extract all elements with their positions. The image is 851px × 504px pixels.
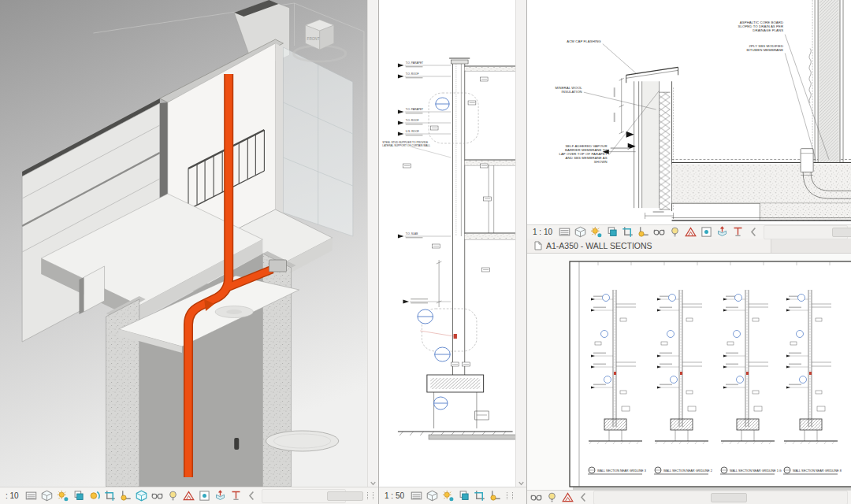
sheet-canvas[interactable]: WALL SECTION NEAR GRIDLINE 3 WALL SECTIO… (527, 254, 851, 490)
temporary-hide-icon[interactable] (653, 226, 665, 238)
view-control-bar-section: 1 : 50 (379, 487, 526, 504)
shadows-icon[interactable] (458, 490, 470, 502)
3d-vertical-scrollbar[interactable] (367, 0, 378, 487)
displacement-icon[interactable] (214, 490, 226, 502)
reveal-constraints-icon[interactable] (732, 226, 744, 238)
wall-section-view-pane[interactable]: T.O. PARAPET T.O. ROOF T.O. PARAPET T.O.… (379, 0, 527, 504)
sun-path-icon[interactable] (57, 490, 69, 502)
svg-text:WALL SECTION NEAR GRIDLINE 8: WALL SECTION NEAR GRIDLINE 8 (793, 469, 842, 472)
chevron-down-icon[interactable] (517, 476, 526, 485)
door-handle[interactable] (234, 438, 239, 450)
show-crop-icon[interactable] (120, 490, 132, 502)
3d-view-pane[interactable]: FRONT : 10 (0, 0, 379, 504)
horizontal-scrollbar-3d[interactable] (262, 489, 346, 503)
temporary-view-icon[interactable] (700, 226, 712, 238)
detail-level-icon[interactable] (411, 490, 422, 502)
temporary-view-icon[interactable] (199, 490, 210, 502)
reveal-hidden-icon[interactable] (546, 491, 558, 503)
temporary-hide-icon[interactable] (151, 490, 163, 502)
detail-canvas[interactable]: ACM CAP FLASHING ASPHALTIC CORE BOARDSLO… (527, 0, 851, 224)
svg-text:STEEL STUD SUPPLIER TO PROVIDE: STEEL STUD SUPPLIER TO PROVIDELATERAL SU… (382, 141, 430, 146)
svg-text:T.O. ROOF: T.O. ROOF (406, 73, 419, 76)
temporary-hide-icon[interactable] (530, 491, 542, 503)
crop-view-icon[interactable] (104, 490, 116, 502)
sun-path-icon[interactable] (442, 490, 454, 502)
sheet-paper (570, 261, 851, 487)
view-control-bar-detail: 1 : 10 (527, 224, 851, 239)
revit-tiled-views: FRONT : 10 (0, 0, 851, 504)
scale-control[interactable]: : 10 (3, 491, 21, 500)
analytical-model-icon[interactable] (562, 491, 574, 503)
shadows-icon[interactable] (72, 490, 84, 502)
analytical-model-icon[interactable] (685, 226, 697, 238)
svg-text:WALL SECTION NEAR GRIDLINE 3: WALL SECTION NEAR GRIDLINE 3 (597, 469, 646, 472)
right-view-column: ACM CAP FLASHING ASPHALTIC CORE BOARDSLO… (527, 0, 851, 504)
red-highlight-element[interactable] (454, 334, 457, 339)
chevron-down-icon[interactable] (369, 476, 377, 485)
shadows-icon[interactable] (606, 226, 618, 238)
scrollbar-thumb[interactable] (327, 491, 363, 501)
reveal-constraints-icon[interactable] (230, 490, 242, 502)
crop-view-icon[interactable] (622, 226, 634, 238)
view-control-bar-3d: : 10 (0, 487, 378, 504)
horizontal-scrollbar-sheet[interactable] (593, 491, 848, 504)
reveal-hidden-icon[interactable] (167, 490, 179, 502)
wall-section-canvas[interactable]: T.O. PARAPET T.O. ROOF T.O. PARAPET T.O.… (379, 0, 526, 487)
bar-overflow-grip[interactable] (507, 492, 513, 499)
svg-text:T.O. PARAPET: T.O. PARAPET (406, 109, 423, 112)
sheet-icon (534, 241, 542, 250)
analytical-model-icon[interactable] (183, 490, 195, 502)
chevron-left-icon[interactable] (748, 226, 760, 238)
sheet-view-pane[interactable]: WALL SECTION NEAR GRIDLINE 3 WALL SECTIO… (527, 254, 851, 490)
round-table[interactable] (266, 431, 338, 451)
show-crop-icon[interactable] (489, 490, 501, 502)
sun-path-icon[interactable] (590, 226, 602, 238)
horizontal-scrollbar-detail[interactable] (764, 225, 848, 239)
svg-text:T.O. PARAPET: T.O. PARAPET (406, 62, 423, 65)
scrollbar-thumb[interactable] (711, 493, 747, 502)
svg-text:WALL SECTION NEAR GRIDLINE 2: WALL SECTION NEAR GRIDLINE 2 (663, 469, 712, 472)
pipe-valve-box[interactable] (269, 260, 286, 272)
3d-model-canvas[interactable]: FRONT (0, 0, 378, 487)
view-control-bar-sheet (527, 490, 851, 504)
section-vertical-scrollbar[interactable] (515, 0, 526, 487)
acm-annotation: ACM CAP FLASHING (567, 39, 601, 43)
detail-level-icon[interactable] (559, 226, 570, 238)
chevron-left-icon[interactable] (246, 490, 258, 502)
svg-text:T.O. SLAB: T.O. SLAB (406, 233, 418, 236)
show-crop-icon[interactable] (637, 226, 649, 238)
scale-control[interactable]: 1 : 10 (530, 228, 555, 236)
svg-text:U.S. ROOF: U.S. ROOF (406, 131, 419, 134)
reveal-hidden-icon[interactable] (669, 226, 681, 238)
scale-control[interactable]: 1 : 50 (382, 491, 407, 500)
resize-grip[interactable] (367, 492, 373, 499)
svg-text:WALL SECTION NEAR GRIDLINE 1 G: WALL SECTION NEAR GRIDLINE 1 G (730, 469, 782, 472)
detail-level-icon[interactable] (25, 490, 37, 502)
section-box-icon[interactable] (136, 490, 147, 502)
crop-view-icon[interactable] (474, 490, 485, 502)
viewcube-front-label: FRONT (307, 37, 320, 41)
svg-text:T.O. ROOF: T.O. ROOF (406, 120, 419, 123)
sheet-tab-bar: A1-A350 - WALL SECTIONS (527, 239, 851, 254)
visual-style-icon[interactable] (41, 490, 53, 502)
visual-style-icon[interactable] (426, 490, 438, 502)
detail-view-pane[interactable]: ACM CAP FLASHING ASPHALTIC CORE BOARDSLO… (527, 0, 851, 224)
sun-settings-icon[interactable] (88, 490, 100, 502)
sheet-tab-label: A1-A350 - WALL SECTIONS (546, 241, 652, 250)
scrollbar-thumb[interactable] (832, 228, 851, 237)
visual-style-icon[interactable] (574, 226, 586, 238)
bitumen-annotation: 2PLY SBS MODIFIEDBITUMEN MEMBRANE (746, 44, 783, 52)
chevron-left-icon[interactable] (578, 491, 589, 503)
tab-sheet-a1-a350[interactable]: A1-A350 - WALL SECTIONS (527, 239, 771, 253)
displacement-icon[interactable] (716, 226, 728, 238)
